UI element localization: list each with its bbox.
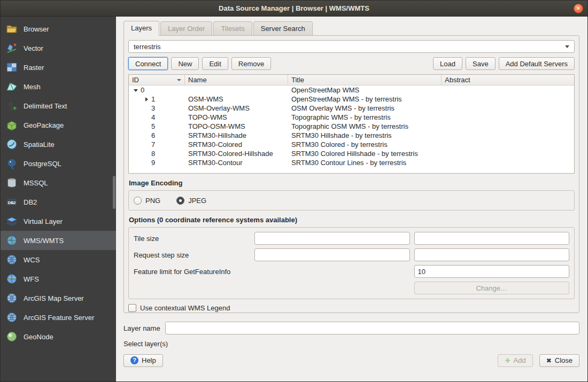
geopackage-icon [6, 119, 18, 131]
row-id: 4 [151, 113, 155, 122]
image-encoding-title: Image Encoding [129, 179, 575, 188]
column-header-label: Name [188, 76, 207, 84]
row-name: SRTM30-Hillshade [185, 131, 288, 140]
sidebar-item-wms-wmts[interactable]: WMS/WMTS [1, 231, 116, 250]
row-name: OSM-WMS [185, 95, 288, 104]
tab-layers[interactable]: Layers [123, 21, 159, 36]
tree-expand-icon[interactable] [144, 97, 149, 102]
titlebar[interactable]: Data Source Manager | Browser | WMS/WMTS… [1, 1, 587, 17]
table-row[interactable]: 6SRTM30-HillshadeSRTM30 Hillshade - by t… [129, 131, 574, 140]
data-source-manager-dialog: Data Source Manager | Browser | WMS/WMTS… [0, 0, 588, 382]
tree-collapse-icon[interactable] [133, 88, 138, 93]
request-step-x-input[interactable] [254, 248, 410, 261]
radio-button-icon[interactable] [134, 197, 142, 205]
tile-size-width-input[interactable] [254, 232, 410, 245]
new-button[interactable]: New [171, 57, 199, 70]
contextual-legend-checkbox[interactable] [128, 304, 136, 312]
sidebar-item-mssql[interactable]: MSSQL [1, 173, 116, 192]
sidebar-item-vector[interactable]: Vector [1, 38, 116, 58]
contextual-legend-label: Use contextual WMS Legend [140, 304, 230, 312]
radio-png[interactable]: PNG [134, 197, 160, 205]
column-header-label: ID [132, 76, 139, 84]
request-step-y-input[interactable] [414, 248, 570, 261]
tab-layer-order[interactable]: Layer Order [160, 21, 212, 35]
column-header-title[interactable]: Title [288, 75, 442, 85]
close-button[interactable]: ✖ Close [539, 354, 579, 367]
server-connection-select[interactable]: terrestris [128, 40, 575, 53]
column-header-abstract[interactable]: Abstract [442, 75, 574, 85]
column-header-label: Abstract [445, 76, 470, 84]
table-row[interactable]: 3OSM-Overlay-WMSOSM Overlay WMS - by ter… [129, 104, 574, 113]
sidebar-item-label: MSSQL [24, 179, 48, 187]
contextual-legend-checkbox-row[interactable]: Use contextual WMS Legend [128, 303, 575, 313]
tile-size-height-input[interactable] [414, 232, 570, 245]
column-header-name[interactable]: Name [185, 75, 288, 85]
layers-tab-panel: terrestris Connect New Edit Remove Load … [123, 35, 579, 313]
radio-jpeg[interactable]: JPEG [176, 197, 206, 205]
sidebar-item-virtual-layer[interactable]: Virtual Layer [1, 212, 116, 231]
sidebar-item-spatialite[interactable]: SpatiaLite [1, 135, 116, 154]
add-button[interactable]: ✚ Add [498, 354, 532, 367]
arcgis-map-server-icon [6, 292, 18, 304]
image-encoding-group: PNGJPEG [128, 190, 575, 211]
sidebar-item-delimited-text[interactable]: Delimited Text [1, 96, 116, 115]
window-close-button[interactable]: ✕ [574, 4, 583, 13]
save-button[interactable]: Save [466, 57, 496, 70]
edit-button[interactable]: Edit [202, 57, 228, 70]
select-layers-status: Select layer(s) [123, 340, 579, 349]
column-header-label: Title [291, 76, 304, 84]
feature-limit-label: Feature limit for GetFeatureInfo [134, 268, 410, 276]
sidebar-item-arcgis-feature-server[interactable]: ArcGIS Feature Server [1, 308, 116, 327]
table-row[interactable]: 4TOPO-WMSTopographic WMS - by terrestris [129, 113, 574, 122]
row-id: 9 [151, 158, 155, 167]
help-icon: ? [130, 356, 138, 364]
sidebar-item-browser[interactable]: Browser [1, 19, 116, 38]
sidebar-item-raster[interactable]: Raster [1, 58, 116, 77]
radio-label: JPEG [188, 197, 206, 205]
sidebar-item-label: WCS [24, 256, 40, 264]
table-row[interactable]: 5TOPO-OSM-WMSTopographic OSM WMS - by te… [129, 122, 574, 131]
tab-label: Tilesets [221, 25, 244, 33]
help-button[interactable]: ? Help [123, 354, 163, 367]
delimited-text-icon [6, 100, 18, 112]
table-row[interactable]: 9SRTM30-ContourSRTM30 Contour Lines - by… [129, 158, 574, 167]
row-name: OSM-Overlay-WMS [185, 104, 288, 113]
table-row[interactable]: 8SRTM30-Colored-HillshadeSRTM30 Colored … [129, 149, 574, 158]
tab-tilesets[interactable]: Tilesets [213, 21, 252, 35]
table-row[interactable]: 1OSM-WMSOpenStreetMap WMS - by terrestri… [129, 95, 574, 104]
row-abstract [442, 131, 574, 140]
remove-button[interactable]: Remove [231, 57, 271, 70]
connect-button[interactable]: Connect [128, 57, 168, 70]
change-crs-button[interactable]: Change… [414, 282, 570, 294]
sidebar-item-wfs[interactable]: WFS [1, 269, 116, 289]
row-title: OpenStreetMap WMS [288, 85, 442, 95]
table-row[interactable]: 7SRTM30-ColoredSRTM30 Colored - by terre… [129, 140, 574, 149]
options-group: Tile size Request step size Feature limi… [128, 227, 575, 299]
sidebar-item-arcgis-map-server[interactable]: ArcGIS Map Server [1, 289, 116, 308]
tab-server-search[interactable]: Server Search [253, 21, 313, 35]
layer-name-input[interactable] [165, 322, 579, 334]
row-name: TOPO-OSM-WMS [185, 122, 288, 131]
sidebar-item-geopackage[interactable]: GeoPackage [1, 115, 116, 135]
table-row[interactable]: 0OpenStreetMap WMS [129, 85, 574, 95]
source-type-sidebar: BrowserVectorRasterMeshDelimited TextGeo… [1, 17, 116, 381]
column-header-id[interactable]: ID [129, 75, 185, 85]
plus-icon: ✚ [505, 357, 510, 364]
sidebar-scrollbar[interactable] [113, 176, 115, 209]
mssql-icon [6, 177, 18, 189]
sidebar-item-postgresql[interactable]: PostgreSQL [1, 154, 116, 173]
window-title: Data Source Manager | Browser | WMS/WMTS [219, 4, 369, 12]
feature-limit-input[interactable] [414, 265, 570, 278]
sidebar-item-wcs[interactable]: WCS [1, 250, 116, 269]
wms-globe-icon [6, 235, 18, 246]
radio-button-icon[interactable] [176, 197, 184, 205]
sidebar-item-geonode[interactable]: GeoNode [1, 327, 116, 346]
add-default-servers-button[interactable]: Add Default Servers [499, 57, 575, 70]
sidebar-item-mesh[interactable]: Mesh [1, 77, 116, 96]
sidebar-item-db2[interactable]: DB2DB2 [1, 192, 116, 212]
load-button[interactable]: Load [433, 57, 462, 70]
row-title: OpenStreetMap WMS - by terrestris [288, 95, 442, 104]
help-button-label: Help [142, 356, 156, 364]
radio-label: PNG [145, 197, 160, 205]
row-abstract [442, 122, 574, 131]
